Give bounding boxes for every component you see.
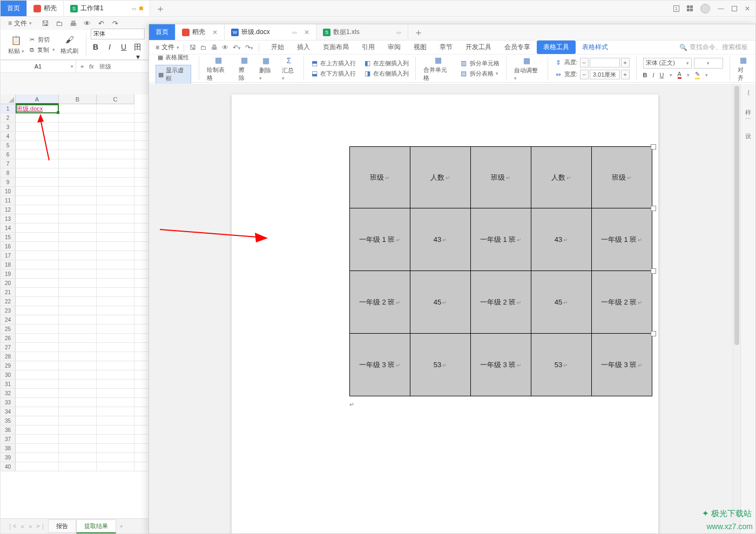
document-canvas[interactable]: 班级↵人数↵班级↵人数↵班级↵一年级 1 班↵43↵一年级 1 班↵43↵一年级… <box>149 84 740 533</box>
erase-button[interactable]: ▦擦除 <box>235 55 253 82</box>
row-header[interactable]: 38 <box>1 444 16 453</box>
cell[interactable] <box>16 425 59 435</box>
preview-icon[interactable]: 👁 <box>83 19 91 28</box>
cell[interactable] <box>97 196 134 205</box>
minimize-button[interactable]: ― <box>718 5 724 12</box>
tab-table-style[interactable]: 表格样式 <box>576 40 615 54</box>
tab-view[interactable]: 视图 <box>407 40 433 54</box>
cell[interactable] <box>16 416 59 425</box>
cell[interactable] <box>97 425 134 435</box>
cell[interactable] <box>97 343 134 352</box>
cell[interactable] <box>16 159 59 168</box>
delete-button[interactable]: ▦删除▾ <box>256 56 276 81</box>
cell[interactable] <box>59 435 97 444</box>
font-color-button[interactable]: A <box>678 71 681 79</box>
sheet-nav-next[interactable]: > <box>26 523 34 530</box>
cell[interactable] <box>97 251 134 260</box>
cell[interactable] <box>59 288 97 297</box>
print-icon[interactable]: 🖶 <box>211 44 218 51</box>
tab-home-front[interactable]: 首页 <box>149 24 176 40</box>
row-header[interactable]: 27 <box>1 343 16 352</box>
tab-shell-back[interactable]: 稻壳 <box>27 1 64 16</box>
save-icon[interactable]: 🖫 <box>40 19 49 28</box>
cell[interactable] <box>59 425 97 435</box>
tab-xls-doc[interactable]: S 数据1.xls ▭ <box>316 24 408 40</box>
preview-icon[interactable]: 👁 <box>222 44 228 51</box>
cell[interactable] <box>59 407 97 416</box>
show-gridlines-button[interactable]: ▦显示虚框 <box>156 65 191 84</box>
cell[interactable] <box>59 187 97 196</box>
table-cell[interactable]: 一年级 3 班↵ <box>470 334 531 396</box>
cell[interactable] <box>16 297 59 306</box>
row-header[interactable]: 18 <box>1 260 16 269</box>
cell[interactable] <box>16 315 59 325</box>
row-header[interactable]: 39 <box>1 453 16 462</box>
row-header[interactable]: 33 <box>1 398 16 407</box>
cell[interactable] <box>59 279 97 288</box>
font-size-select[interactable]: ▾ <box>694 58 723 69</box>
cell[interactable] <box>97 224 134 233</box>
tab-table-tools[interactable]: 表格工具 <box>537 40 576 54</box>
cell[interactable] <box>59 214 97 224</box>
cell[interactable] <box>16 196 59 205</box>
table-handle[interactable] <box>651 268 656 274</box>
col-header-B[interactable]: B <box>59 94 97 104</box>
autofit-button[interactable]: ▦自动调整▾ <box>511 56 543 81</box>
cell[interactable] <box>59 113 97 123</box>
row-header[interactable]: 20 <box>1 279 16 288</box>
cell[interactable] <box>16 224 59 233</box>
cell[interactable] <box>16 334 59 343</box>
table-cell[interactable]: 一年级 1 班↵ <box>591 208 652 271</box>
font-family-select-front[interactable]: 宋体 (正文)▾ <box>643 58 692 69</box>
height-value[interactable] <box>590 58 620 67</box>
cell[interactable] <box>16 361 59 370</box>
table-header-cell[interactable]: 班级↵ <box>591 147 652 208</box>
cell[interactable] <box>16 370 59 380</box>
font-family-select[interactable]: 宋体 <box>91 29 145 39</box>
cell[interactable] <box>16 444 59 453</box>
goto-icon[interactable]: ⌖ <box>80 63 84 70</box>
table-cell[interactable]: 43↵ <box>531 208 591 271</box>
redo-icon[interactable]: ↷▾ <box>245 44 253 51</box>
save-icon[interactable]: 🖫 <box>190 44 196 51</box>
row-header[interactable]: 37 <box>1 435 16 444</box>
cell[interactable] <box>97 205 134 214</box>
cell[interactable] <box>16 205 59 214</box>
cell[interactable] <box>59 159 97 168</box>
cell[interactable] <box>59 242 97 251</box>
cell[interactable] <box>16 168 59 178</box>
cell[interactable] <box>16 352 59 361</box>
cell[interactable] <box>97 380 134 389</box>
scroll-thumb[interactable] <box>734 86 739 345</box>
table-cell[interactable]: 45↵ <box>410 271 470 334</box>
maximize-button[interactable] <box>732 6 737 11</box>
cell[interactable] <box>97 288 134 297</box>
cell[interactable] <box>59 343 97 352</box>
cell[interactable] <box>59 251 97 260</box>
table-cell[interactable]: 43↵ <box>410 208 470 271</box>
collapse-sidebar-icon[interactable]: ⟨ <box>747 89 750 96</box>
cell[interactable] <box>16 306 59 315</box>
cell[interactable] <box>59 334 97 343</box>
cell[interactable] <box>16 123 59 132</box>
italic-button[interactable]: I <box>105 43 114 61</box>
cell[interactable] <box>16 150 59 159</box>
row-header[interactable]: 1 <box>1 104 16 113</box>
tab-layout[interactable]: 页面布局 <box>316 40 355 54</box>
cell[interactable] <box>97 462 134 471</box>
apps-icon[interactable] <box>687 5 693 11</box>
cell[interactable] <box>97 370 134 380</box>
cell[interactable] <box>59 352 97 361</box>
cell[interactable] <box>16 141 59 150</box>
tab-start[interactable]: 开始 <box>265 40 291 54</box>
insert-col-left[interactable]: 在左侧插入列 <box>373 59 409 67</box>
select-all-corner[interactable] <box>1 94 16 104</box>
table-cell[interactable]: 一年级 2 班↵ <box>470 271 531 334</box>
cell[interactable] <box>59 260 97 269</box>
cell[interactable] <box>97 113 134 123</box>
row-header[interactable]: 5 <box>1 141 16 150</box>
cell[interactable] <box>59 224 97 233</box>
paste-group[interactable]: 📋 粘贴 ▾ <box>5 34 28 55</box>
cell[interactable] <box>97 435 134 444</box>
row-header[interactable]: 16 <box>1 242 16 251</box>
